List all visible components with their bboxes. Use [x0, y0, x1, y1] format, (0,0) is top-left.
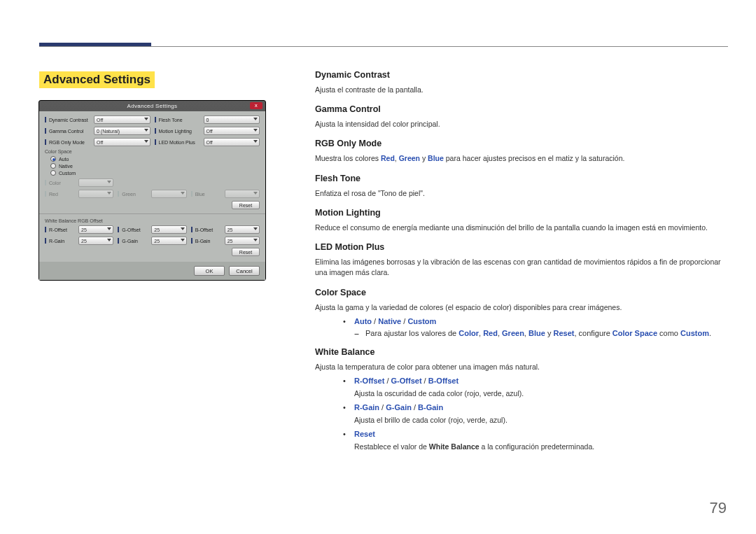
reset-color-space-button[interactable]: Reset: [232, 201, 260, 209]
radio-icon: [50, 170, 56, 176]
description-column: Dynamic Contrast Ajusta el contraste de …: [315, 70, 727, 462]
dialog-title-text: Advanced Settings: [127, 103, 178, 109]
advanced-settings-dialog: Advanced Settings x Dynamic ContrastOff …: [38, 100, 266, 281]
chevron-down-icon: [144, 140, 148, 143]
sect-gamma-control: Gamma Control Ajusta la intensidad del c…: [315, 104, 727, 129]
label-led-motion-plus: LED Motion Plus: [159, 140, 201, 145]
sect-color-space: Color Space Ajusta la gama y la variedad…: [315, 288, 727, 338]
desc-wb-offset: Ajusta la oscuridad de cada color (rojo,…: [354, 388, 727, 399]
label-b-gain: B-Gain: [195, 239, 222, 244]
label-r-offset: R-Offset: [49, 227, 76, 232]
chevron-down-icon: [253, 227, 258, 230]
dialog-body: Dynamic ContrastOff Flesh Tone0 Gamma Co…: [39, 111, 265, 262]
dropdown-custom-green: [151, 190, 186, 198]
dropdown-custom-red: [78, 190, 113, 198]
sect-rgb-only-mode: RGB Only Mode Muestra los colores Red, G…: [315, 139, 727, 164]
label-custom-color: Color: [49, 181, 76, 185]
group-color-space: Color Space: [45, 149, 260, 154]
radio-icon: [50, 156, 56, 162]
chevron-down-icon: [253, 239, 258, 241]
radio-icon: [50, 163, 56, 169]
dialog-title: Advanced Settings x: [39, 101, 265, 111]
label-b-offset: B-Offset: [195, 227, 222, 232]
dropdown-custom-color: [78, 178, 113, 187]
cancel-button[interactable]: Cancel: [229, 266, 260, 276]
label-gamma-control: Gamma Control: [49, 129, 91, 134]
desc-rgb-only-mode: Muestra los colores Red, Green y Blue pa…: [315, 153, 727, 164]
chevron-down-icon: [181, 227, 185, 230]
chevron-down-icon: [253, 140, 258, 143]
desc-color-space: Ajusta la gama y la variedad de colores …: [315, 302, 727, 313]
label-custom-blue: Blue: [195, 192, 222, 197]
heading-color-space: Color Space: [315, 288, 727, 297]
desc-flesh-tone: Enfatiza el rosa de "Tono de piel".: [315, 188, 727, 199]
label-g-offset: G-Offset: [122, 227, 148, 232]
chevron-down-icon: [253, 192, 258, 195]
sect-motion-lighting: Motion Lighting Reduce el consumo de ene…: [315, 208, 727, 233]
chevron-down-icon: [181, 192, 185, 195]
dropdown-custom-blue: [225, 190, 260, 198]
radio-custom[interactable]: Custom: [50, 170, 260, 176]
heading-rgb-only-mode: RGB Only Mode: [315, 139, 727, 148]
radio-auto[interactable]: Auto: [50, 156, 260, 162]
radio-custom-label: Custom: [59, 171, 76, 176]
dropdown-motion-lighting[interactable]: Off: [204, 127, 260, 135]
bullet-color-space-options: • Auto / Native / Custom: [343, 317, 727, 325]
chevron-down-icon: [107, 192, 111, 195]
desc-wb-gain: Ajusta el brillo de cada color (rojo, ve…: [354, 415, 727, 426]
radio-auto-label: Auto: [59, 157, 69, 162]
heading-led-motion-plus: LED Motion Plus: [315, 242, 727, 252]
dropdown-g-offset[interactable]: 25: [151, 225, 186, 234]
heading-white-balance: White Balance: [315, 347, 727, 357]
radio-native-label: Native: [59, 164, 73, 169]
desc-motion-lighting: Reduce el consumo de energía mediante un…: [315, 223, 727, 233]
chevron-down-icon: [181, 239, 185, 241]
heading-dynamic-contrast: Dynamic Contrast: [315, 70, 727, 80]
chevron-down-icon: [107, 227, 111, 230]
desc-gamma-control: Ajusta la intensidad del color principal…: [315, 119, 727, 129]
chevron-down-icon: [253, 129, 258, 132]
dropdown-flesh-tone[interactable]: 0: [204, 115, 260, 124]
close-icon[interactable]: x: [250, 102, 262, 109]
dropdown-r-gain[interactable]: 25: [78, 237, 113, 245]
ok-button[interactable]: OK: [194, 266, 225, 276]
label-r-gain: R-Gain: [49, 239, 76, 244]
dropdown-b-offset[interactable]: 25: [225, 225, 260, 234]
sect-white-balance: White Balance Ajusta la temperatura de c…: [315, 347, 727, 453]
group-white-balance: White Balance RGB Offset: [45, 218, 260, 223]
chevron-down-icon: [144, 118, 148, 120]
radio-native[interactable]: Native: [50, 163, 260, 169]
dialog-footer: OK Cancel: [39, 262, 265, 280]
sect-dynamic-contrast: Dynamic Contrast Ajusta el contraste de …: [315, 70, 727, 95]
chevron-down-icon: [253, 118, 258, 120]
desc-led-motion-plus: Elimina las imágenes borrosas y la vibra…: [315, 257, 727, 278]
dropdown-rgb-only-mode[interactable]: Off: [94, 138, 150, 146]
label-dynamic-contrast: Dynamic Contrast: [49, 118, 91, 122]
chevron-down-icon: [107, 181, 111, 183]
reset-white-balance-button[interactable]: Reset: [232, 248, 260, 256]
sect-led-motion-plus: LED Motion Plus Elimina las imágenes bor…: [315, 242, 727, 278]
dropdown-g-gain[interactable]: 25: [151, 237, 186, 245]
heading-gamma-control: Gamma Control: [315, 104, 727, 114]
label-custom-green: Green: [122, 192, 148, 197]
desc-dynamic-contrast: Ajusta el contraste de la pantalla.: [315, 85, 727, 95]
label-flesh-tone: Flesh Tone: [159, 118, 201, 122]
chevron-down-icon: [144, 129, 148, 132]
label-rgb-only-mode: RGB Only Mode: [49, 140, 91, 145]
chevron-down-icon: [107, 239, 111, 241]
dropdown-dynamic-contrast[interactable]: Off: [94, 115, 150, 124]
bullet-wb-reset: • Reset: [343, 430, 727, 438]
section-heading: Advanced Settings: [39, 71, 155, 88]
desc-white-balance: Ajusta la temperatura de color para obte…: [315, 362, 727, 372]
header-rule: [39, 46, 728, 47]
bullet-wb-offset: • R-Offset / G-Offset / B-Offset: [343, 377, 727, 385]
label-custom-red: Red: [49, 192, 76, 197]
dash-color-space-note: ‒ Para ajustar los valores de Color, Red…: [354, 329, 727, 338]
dropdown-gamma-control[interactable]: 0 (Natural): [94, 127, 150, 135]
desc-wb-reset: Restablece el valor de White Balance a l…: [354, 442, 727, 452]
dropdown-r-offset[interactable]: 25: [78, 225, 113, 234]
dropdown-b-gain[interactable]: 25: [225, 237, 260, 245]
bullet-wb-gain: • R-Gain / G-Gain / B-Gain: [343, 403, 727, 412]
page-number: 79: [710, 499, 727, 517]
dropdown-led-motion-plus[interactable]: Off: [204, 138, 260, 146]
